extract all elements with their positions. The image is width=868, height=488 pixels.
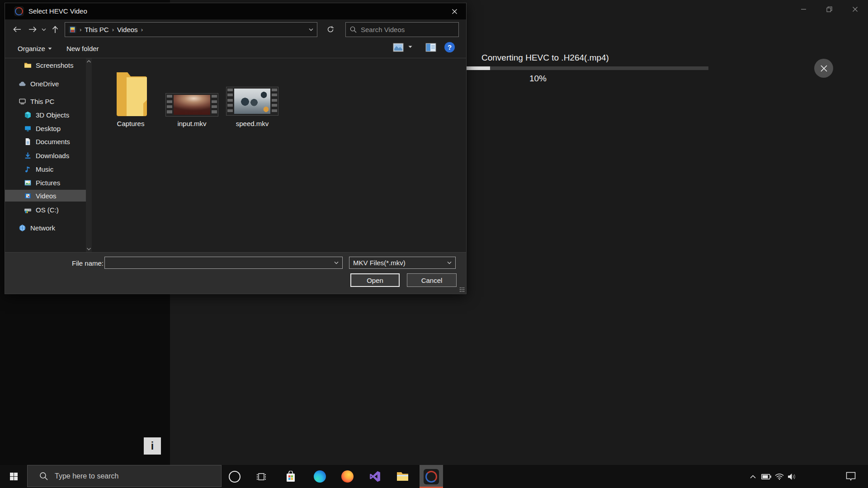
tray-volume-button[interactable] bbox=[785, 465, 799, 488]
file-name-input[interactable] bbox=[104, 257, 343, 269]
back-button[interactable] bbox=[11, 23, 23, 36]
tray-wifi-button[interactable] bbox=[773, 465, 786, 488]
sidebar-item-desktop[interactable]: Desktop bbox=[5, 122, 86, 134]
preview-pane-button[interactable] bbox=[425, 43, 436, 55]
music-note-icon bbox=[24, 165, 32, 173]
restore-icon bbox=[826, 6, 832, 12]
window-restore-button[interactable] bbox=[816, 0, 842, 18]
thumbnail-view-icon bbox=[393, 43, 404, 52]
view-dropdown-button[interactable] bbox=[408, 46, 412, 57]
pictures-icon bbox=[24, 179, 32, 187]
recent-locations-button[interactable] bbox=[40, 23, 47, 36]
file-label-input[interactable]: input.mkv bbox=[165, 120, 218, 128]
hevc-app-icon bbox=[424, 469, 439, 484]
refresh-icon bbox=[327, 26, 334, 33]
search-placeholder: Search Videos bbox=[361, 26, 405, 33]
sidebar-item-network[interactable]: Network bbox=[5, 222, 86, 234]
battery-icon bbox=[761, 474, 771, 479]
sidebar-item-os-c[interactable]: OS (C:) bbox=[5, 204, 86, 216]
taskbar-search-input[interactable]: Type here to search bbox=[27, 465, 222, 487]
dialog-title: Select HEVC Video bbox=[28, 7, 87, 15]
notification-icon bbox=[846, 472, 856, 481]
firefox-button[interactable] bbox=[335, 465, 359, 488]
folder-captures[interactable] bbox=[114, 70, 148, 117]
file-label-captures[interactable]: Captures bbox=[108, 120, 153, 128]
dialog-sidebar: Screenshots OneDrive This PC 3D Objects … bbox=[5, 58, 92, 252]
file-label-speed[interactable]: speed.mkv bbox=[225, 120, 279, 128]
file-explorer-icon bbox=[396, 471, 409, 482]
sidebar-item-pictures[interactable]: Pictures bbox=[5, 177, 86, 188]
help-button[interactable]: ? bbox=[444, 42, 455, 52]
file-speed-mkv[interactable] bbox=[226, 87, 278, 116]
action-center-button[interactable] bbox=[844, 465, 858, 488]
info-button[interactable]: i bbox=[144, 437, 161, 455]
sidebar-item-onedrive[interactable]: OneDrive bbox=[5, 78, 86, 89]
search-icon bbox=[39, 472, 48, 480]
close-icon bbox=[852, 6, 858, 12]
visual-studio-button[interactable] bbox=[363, 465, 387, 488]
filmstrip-holes bbox=[227, 89, 233, 114]
change-view-button[interactable] bbox=[393, 43, 404, 55]
drive-icon bbox=[24, 206, 32, 214]
search-input[interactable]: Search Videos bbox=[345, 22, 459, 37]
dialog-toolbar: Organize New folder bbox=[5, 39, 466, 58]
open-button[interactable]: Open bbox=[350, 273, 400, 287]
organize-menu[interactable]: Organize bbox=[18, 45, 52, 52]
edge-icon bbox=[314, 470, 326, 483]
chevron-down-icon bbox=[408, 46, 412, 48]
breadcrumb-videos[interactable]: Videos bbox=[117, 26, 138, 33]
window-minimize-button[interactable] bbox=[791, 0, 816, 18]
sidebar-item-this-pc[interactable]: This PC bbox=[5, 95, 86, 107]
desktop: Converting HEVC to .H264(.mp4) 10% i Sel… bbox=[0, 0, 868, 488]
windows-logo-icon bbox=[10, 473, 18, 480]
conversion-percent-text: 10% bbox=[520, 74, 556, 84]
visual-studio-icon bbox=[369, 471, 381, 482]
cortana-button[interactable] bbox=[223, 465, 246, 488]
breadcrumb-separator: › bbox=[112, 26, 114, 33]
sidebar-item-videos[interactable]: Videos bbox=[5, 190, 86, 202]
cancel-button[interactable]: Cancel bbox=[407, 273, 457, 287]
scroll-up-icon[interactable] bbox=[86, 58, 92, 65]
task-view-button[interactable] bbox=[250, 465, 274, 488]
tray-show-hidden-icons-button[interactable] bbox=[746, 465, 760, 488]
tray-battery-button[interactable] bbox=[760, 465, 773, 488]
firefox-icon bbox=[341, 470, 354, 483]
network-globe-icon bbox=[19, 224, 26, 232]
start-button[interactable] bbox=[0, 465, 27, 488]
edge-button[interactable] bbox=[308, 465, 331, 488]
back-arrow-icon bbox=[13, 26, 21, 33]
address-dropdown-icon[interactable] bbox=[309, 28, 313, 31]
conversion-cancel-button[interactable] bbox=[814, 59, 833, 78]
organize-label: Organize bbox=[18, 45, 45, 52]
microsoft-store-button[interactable] bbox=[279, 465, 302, 488]
file-explorer-button[interactable] bbox=[391, 465, 414, 488]
sidebar-item-downloads[interactable]: Downloads bbox=[5, 150, 86, 161]
dialog-close-button[interactable] bbox=[446, 5, 462, 18]
file-input-mkv[interactable] bbox=[165, 93, 218, 117]
sidebar-scrollbar[interactable] bbox=[86, 58, 92, 252]
forward-arrow-icon bbox=[28, 26, 37, 33]
refresh-button[interactable] bbox=[323, 22, 338, 37]
window-close-button[interactable] bbox=[842, 0, 868, 18]
input-mkv-thumbnail bbox=[174, 95, 210, 115]
close-icon bbox=[820, 65, 828, 72]
search-icon bbox=[350, 26, 357, 33]
dialog-title-bar[interactable]: Select HEVC Video bbox=[5, 3, 466, 19]
new-folder-button[interactable]: New folder bbox=[66, 45, 99, 52]
sidebar-item-3d-objects[interactable]: 3D Objects bbox=[5, 109, 86, 121]
file-type-value: MKV Files(*.mkv) bbox=[353, 259, 406, 267]
forward-button[interactable] bbox=[27, 23, 38, 36]
sidebar-item-screenshots[interactable]: Screenshots bbox=[5, 59, 86, 71]
file-type-select[interactable]: MKV Files(*.mkv) bbox=[349, 257, 456, 269]
chevron-down-icon bbox=[447, 261, 452, 264]
hevc-converter-taskbar-button[interactable] bbox=[420, 465, 443, 488]
videos-location-icon bbox=[69, 26, 76, 33]
resize-grip[interactable] bbox=[459, 287, 465, 292]
up-button[interactable] bbox=[49, 23, 61, 36]
address-bar[interactable]: › This PC › Videos › bbox=[65, 22, 317, 37]
close-icon bbox=[452, 9, 458, 14]
scroll-down-icon[interactable] bbox=[86, 246, 92, 252]
sidebar-item-documents[interactable]: Documents bbox=[5, 136, 86, 147]
breadcrumb-this-pc[interactable]: This PC bbox=[85, 26, 108, 33]
sidebar-item-music[interactable]: Music bbox=[5, 163, 86, 175]
